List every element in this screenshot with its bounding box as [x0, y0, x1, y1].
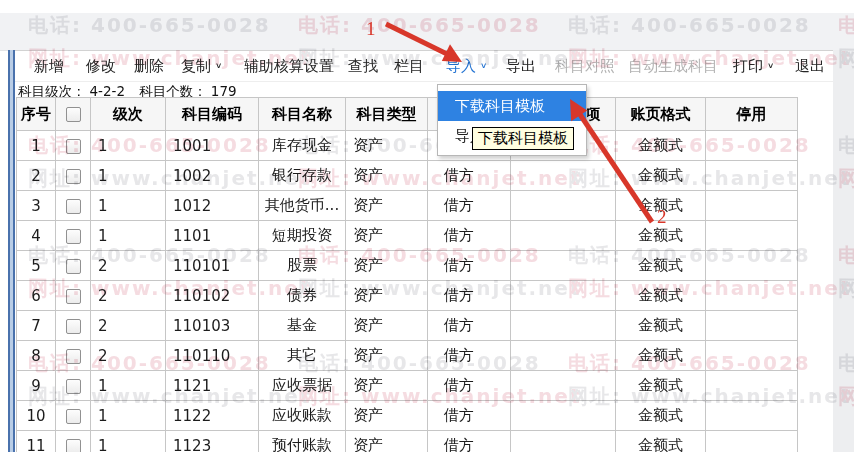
cell-format: 金额式: [616, 431, 706, 452]
row-checkbox[interactable]: [66, 439, 81, 452]
row-checkbox[interactable]: [66, 349, 81, 364]
columns-button[interactable]: 栏目: [394, 51, 424, 81]
print-button[interactable]: 打印∨: [733, 51, 774, 81]
cell-level: 2: [91, 251, 166, 281]
download-template-tooltip: 下载科目模板: [472, 127, 574, 150]
find-button-label: 查找: [348, 57, 378, 75]
col-header-format[interactable]: 账页格式: [616, 98, 706, 131]
cell-type: 资产: [346, 251, 428, 281]
chevron-down-icon: ∨: [480, 54, 487, 78]
table-row: 62110102债券资产借方金额式: [17, 281, 798, 311]
cell-direction: 借方: [428, 371, 511, 401]
export-button[interactable]: 导出: [506, 51, 536, 81]
row-checkbox[interactable]: [66, 199, 81, 214]
cell-seq: 5: [17, 251, 56, 281]
print-button-label: 打印: [733, 57, 763, 75]
col-header-type[interactable]: 科目类型: [346, 98, 428, 131]
cell-select: [56, 221, 91, 251]
row-checkbox[interactable]: [66, 409, 81, 424]
cell-name: 其他货币...: [259, 191, 346, 221]
table-row: 82110110其它资产借方金额式: [17, 341, 798, 371]
cell-direction: 借方: [428, 251, 511, 281]
delete-button-label: 删除: [134, 57, 164, 75]
cell-code: 1101: [166, 221, 259, 251]
cell-name: 股票: [259, 251, 346, 281]
cell-code: 110102: [166, 281, 259, 311]
table-row: 111001库存现金资产借方金额式: [17, 131, 798, 161]
row-checkbox[interactable]: [66, 379, 81, 394]
cell-name: 债券: [259, 281, 346, 311]
cell-format: 金额式: [616, 221, 706, 251]
table-row: 411101短期投资资产借方金额式: [17, 221, 798, 251]
cell-name: 基金: [259, 311, 346, 341]
table-row: 911121应收票据资产借方金额式: [17, 371, 798, 401]
cell-type: 资产: [346, 311, 428, 341]
import-button-label: 导入: [446, 57, 476, 75]
cell-format: 金额式: [616, 161, 706, 191]
cell-name: 短期投资: [259, 221, 346, 251]
delete-button[interactable]: 删除: [134, 51, 164, 81]
col-header-select[interactable]: [56, 98, 91, 131]
new-button-label: 新增: [34, 57, 64, 75]
cell-disabled: [706, 251, 798, 281]
cell-code: 110103: [166, 311, 259, 341]
cell-format: 金额式: [616, 341, 706, 371]
cell-seq: 3: [17, 191, 56, 221]
col-header-name[interactable]: 科目名称: [259, 98, 346, 131]
cell-aux: [511, 311, 616, 341]
cell-format: 金额式: [616, 281, 706, 311]
cell-level: 1: [91, 401, 166, 431]
cell-code: 1001: [166, 131, 259, 161]
cell-disabled: [706, 311, 798, 341]
cell-select: [56, 131, 91, 161]
cell-level: 1: [91, 221, 166, 251]
copy-button-label: 复制: [181, 57, 211, 75]
menu-item-download-template[interactable]: 下载科目模板: [438, 91, 586, 121]
account-mapping-button-label: 科目对照: [555, 57, 615, 75]
cell-seq: 9: [17, 371, 56, 401]
chevron-down-icon: ∨: [215, 54, 222, 78]
cell-level: 1: [91, 191, 166, 221]
row-checkbox[interactable]: [66, 289, 81, 304]
copy-button[interactable]: 复制∨: [181, 51, 222, 81]
row-checkbox[interactable]: [66, 259, 81, 274]
aux-accounting-settings-button-label: 辅助核算设置: [244, 57, 334, 75]
cell-direction: 借方: [428, 341, 511, 371]
cell-disabled: [706, 401, 798, 431]
row-checkbox[interactable]: [66, 139, 81, 154]
cell-format: 金额式: [616, 371, 706, 401]
cell-code: 110101: [166, 251, 259, 281]
table-row: 311012其他货币...资产借方金额式: [17, 191, 798, 221]
cell-disabled: [706, 431, 798, 452]
cell-code: 1012: [166, 191, 259, 221]
new-button[interactable]: 新增: [34, 51, 64, 81]
cell-code: 1122: [166, 401, 259, 431]
import-button[interactable]: 导入∨: [446, 51, 487, 81]
col-header-disabled[interactable]: 停用: [706, 98, 798, 131]
cell-disabled: [706, 341, 798, 371]
col-header-code[interactable]: 科目编码: [166, 98, 259, 131]
exit-button[interactable]: 退出: [795, 51, 825, 81]
table-row: 52110101股票资产借方金额式: [17, 251, 798, 281]
exit-button-label: 退出: [795, 57, 825, 75]
window-top-band: [0, 13, 854, 51]
cell-select: [56, 371, 91, 401]
aux-accounting-settings-button[interactable]: 辅助核算设置: [244, 51, 334, 81]
row-checkbox[interactable]: [66, 229, 81, 244]
accounts-table: 序号级次科目编码科目名称科目类型余额方向辅助核算项账页格式停用111001库存现…: [16, 97, 798, 452]
row-checkbox[interactable]: [66, 169, 81, 184]
cell-format: 金额式: [616, 311, 706, 341]
modify-button-label: 修改: [86, 57, 116, 75]
modify-button[interactable]: 修改: [86, 51, 116, 81]
cell-disabled: [706, 281, 798, 311]
table-row: 1011122应收账款资产借方金额式: [17, 401, 798, 431]
find-button[interactable]: 查找: [348, 51, 378, 81]
col-header-seq[interactable]: 序号: [17, 98, 56, 131]
select-all-checkbox[interactable]: [66, 107, 81, 122]
col-header-level[interactable]: 级次: [91, 98, 166, 131]
cell-aux: [511, 191, 616, 221]
chevron-down-icon: ∨: [767, 54, 774, 78]
cell-code: 1121: [166, 371, 259, 401]
cell-select: [56, 311, 91, 341]
row-checkbox[interactable]: [66, 319, 81, 334]
